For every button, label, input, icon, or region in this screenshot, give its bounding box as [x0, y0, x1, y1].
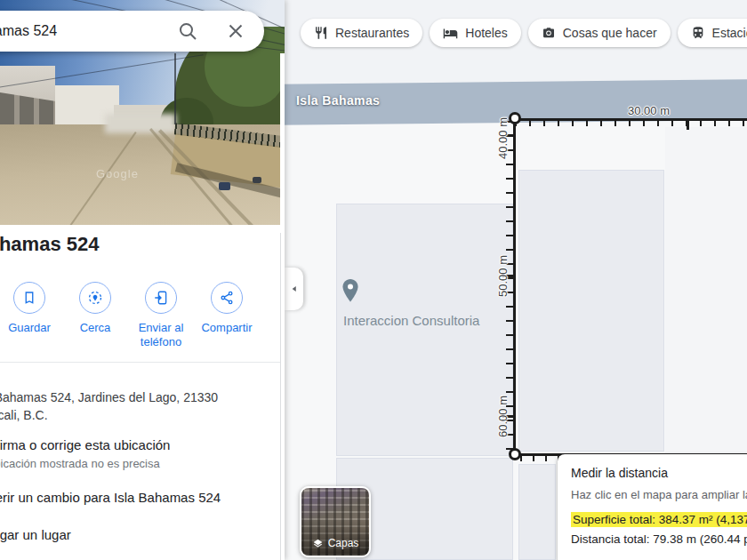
photo-car [219, 182, 230, 190]
save-button[interactable]: Guardar [0, 282, 62, 349]
send-to-phone-button[interactable]: Enviar al teléfono [128, 282, 194, 349]
nearby-circle [79, 282, 111, 314]
magnifier-icon [177, 20, 198, 42]
building-footprint [518, 170, 664, 452]
building-footprint [518, 464, 556, 560]
section-divider [0, 362, 285, 363]
poi-pin-icon[interactable] [339, 278, 362, 307]
confirm-location-row[interactable]: Confirma o corrige esta ubicación [0, 437, 170, 452]
transit-icon [691, 26, 705, 40]
search-input[interactable] [0, 11, 177, 52]
measure-ticks-top [515, 121, 747, 126]
chip-label: Cosas que hacer [563, 26, 657, 40]
camera-icon [542, 26, 556, 40]
measure-panel-subtitle: Haz clic en el mapa para ampliar la ruta [571, 488, 747, 501]
category-chips: Restaurantes Hoteles Cosas que hacer Est… [301, 19, 747, 47]
save-label: Guardar [8, 321, 51, 335]
map-pin-icon [339, 278, 362, 307]
send-to-phone-icon [153, 290, 169, 306]
confirm-location-subtitle: La ubicación mostrada no es precisa [0, 457, 160, 470]
layers-row: Capas [301, 537, 369, 549]
layers-label: Capas [328, 537, 359, 549]
close-icon[interactable] [225, 20, 246, 42]
bookmark-icon [21, 290, 37, 306]
place-actions: Guardar Cerca Enviar al [0, 282, 260, 349]
search-bar [0, 11, 264, 52]
measure-marker-50m: 50.00 m [496, 251, 510, 302]
chip-estaciones[interactable]: Estaciones [678, 19, 747, 47]
map-parcel-right [665, 127, 747, 455]
share-icon [219, 290, 235, 306]
area-total: Superficie total: 384.37 m² (4,137.37 pi… [571, 513, 747, 526]
address-line2: Mexicali, B.C. [0, 406, 218, 424]
chip-cosas-que-hacer[interactable]: Cosas que hacer [528, 19, 671, 47]
share-circle [211, 282, 243, 314]
measure-marker-30m: 30.00 m [628, 104, 670, 117]
road-label: Isla Bahamas [296, 93, 380, 108]
restaurant-icon [314, 26, 328, 40]
place-title: Isla Bahamas 524 [0, 233, 99, 256]
layers-icon [312, 538, 324, 549]
chip-label: Hoteles [465, 26, 507, 40]
chip-restaurantes[interactable]: Restaurantes [301, 19, 422, 47]
area-total-highlight: Superficie total: 384.37 m² (4,137.37 pi… [571, 512, 747, 527]
address-row[interactable]: Isla Bahamas 524, Jardines del Lago, 213… [0, 388, 218, 424]
chevron-left-icon [288, 283, 301, 295]
google-maps-screen: Isla Bahamas Interaccion Consultoria 30.… [0, 0, 747, 560]
measure-ticks-bottom [520, 456, 559, 461]
measure-node-bottom[interactable] [509, 448, 521, 460]
measure-marker-60m: 60.00 m [496, 391, 510, 443]
photo-car [253, 177, 261, 183]
chip-label: Estaciones [712, 26, 747, 40]
photo-utility-pole [174, 53, 176, 124]
send-to-phone-circle [145, 282, 177, 314]
save-circle [13, 282, 45, 314]
poi-label[interactable]: Interaccion Consultoria [343, 313, 479, 328]
measure-major-tick [687, 121, 689, 130]
photo-haze [105, 114, 176, 133]
distance-total: Distancia total: 79.38 m (260.44 pies) [571, 532, 747, 546]
nearby-label: Cerca [80, 321, 111, 335]
x-icon [225, 20, 246, 42]
suggest-edit-row[interactable]: Sugerir un cambio para Isla Bahamas 524 [0, 490, 221, 505]
measure-distance-panel: Medir la distancia Haz clic en el mapa p… [558, 454, 747, 560]
send-to-phone-label: Enviar al teléfono [128, 321, 194, 349]
nearby-button[interactable]: Cerca [62, 282, 128, 349]
measure-line-left [513, 118, 516, 457]
search-icon[interactable] [177, 20, 198, 42]
share-label: Compartir [201, 321, 252, 335]
measure-node-corner[interactable] [509, 112, 521, 124]
chip-label: Restaurantes [335, 26, 409, 40]
layers-button[interactable]: Capas [300, 486, 371, 557]
address-line1: Isla Bahamas 524, Jardines del Lago, 213… [0, 388, 218, 406]
nearby-icon [87, 290, 103, 306]
place-panel: Google Isla Bahamas 524 Guardar [0, 0, 285, 560]
building-footprint [336, 204, 513, 456]
sidebar-collapse-button[interactable] [285, 268, 303, 310]
chip-hoteles[interactable]: Hoteles [430, 19, 520, 47]
add-place-row[interactable]: Agregar un lugar [0, 527, 71, 542]
panel-scrollbar-track [280, 233, 281, 560]
google-watermark: Google [96, 167, 139, 180]
measure-marker-40m: 40.00 m [496, 113, 510, 164]
hotel-icon [443, 26, 458, 41]
measure-panel-title: Medir la distancia [571, 466, 747, 480]
share-button[interactable]: Compartir [194, 282, 260, 349]
